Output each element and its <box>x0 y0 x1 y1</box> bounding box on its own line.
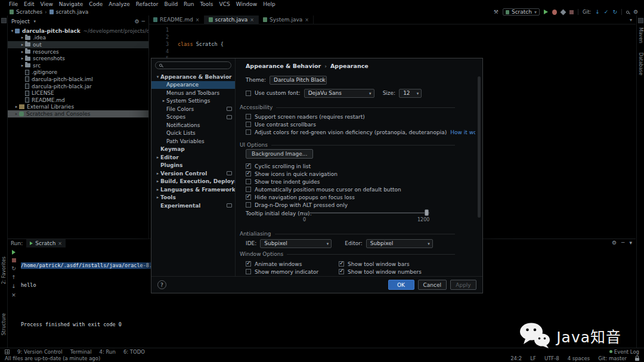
background-image-button[interactable]: Background Image... <box>246 149 313 159</box>
ok-button[interactable]: OK <box>388 280 414 290</box>
build-hammer-icon[interactable]: ⚒ <box>494 9 499 15</box>
menu-analyze[interactable]: Analyze <box>106 1 132 7</box>
hidden-tabs-icon[interactable]: ▾ <box>630 17 636 23</box>
toolwindow-run[interactable]: 4: Run <box>100 349 116 355</box>
tree-item-readme[interactable]: README.md <box>8 97 148 104</box>
run-button[interactable] <box>544 10 548 14</box>
menu-vcs[interactable]: VCS <box>216 1 233 7</box>
git-rollback-icon[interactable]: ↻ <box>612 9 617 15</box>
down-stack-icon[interactable]: ↓ <box>11 284 16 289</box>
apply-button[interactable]: Apply <box>450 280 476 290</box>
collapse-arrow-icon[interactable]: ▸ <box>161 98 166 103</box>
collapse-panel-icon[interactable]: ─ <box>142 18 145 24</box>
tree-item-src[interactable]: ▸src <box>8 62 148 69</box>
settings-scrollbar[interactable] <box>478 76 481 273</box>
readonly-lock-icon[interactable] <box>635 358 639 361</box>
settings-tree-version-control[interactable]: ▸Version Control <box>151 169 235 178</box>
collapse-arrow-icon[interactable]: ▸ <box>155 171 160 176</box>
settings-tree-languages-frameworks[interactable]: ▸Languages & Frameworks <box>151 185 235 194</box>
caret-position[interactable]: 24:2 <box>510 355 522 361</box>
menu-navigate[interactable]: Navigate <box>56 1 86 7</box>
collapse-arrow-icon[interactable]: ▸ <box>20 49 25 54</box>
theme-select[interactable]: Darcula Pitch Black <box>270 76 327 85</box>
toolwindow-structure[interactable]: Structure <box>1 313 7 335</box>
icons-quick-navigation-checkbox[interactable] <box>246 171 251 177</box>
git-update-icon[interactable]: ↓ <box>595 9 600 15</box>
line-ending[interactable]: LF <box>530 355 536 361</box>
close-tab-icon[interactable]: × <box>250 17 254 23</box>
contrast-scrollbars-checkbox[interactable] <box>246 122 251 127</box>
settings-tree-tools[interactable]: ▸Tools <box>151 194 235 202</box>
tree-item-screenshots[interactable]: ▸screenshots <box>8 55 148 62</box>
tree-item-license[interactable]: LICENSE <box>8 89 148 97</box>
cancel-button[interactable]: Cancel <box>418 280 447 290</box>
collapse-arrow-icon[interactable]: ▸ <box>20 35 25 40</box>
collapse-arrow-icon[interactable]: ▸ <box>20 42 25 47</box>
settings-tree-notifications[interactable]: Notifications <box>151 121 235 129</box>
menu-tools[interactable]: Tools <box>197 1 216 7</box>
debug-button[interactable] <box>552 10 557 15</box>
indent-setting[interactable]: 4 spaces <box>568 355 590 361</box>
dragndrop-alt-checkbox[interactable] <box>246 202 251 208</box>
collapse-arrow-icon[interactable]: ▸ <box>155 155 160 160</box>
settings-tree-experimental[interactable]: Experimental <box>151 202 235 210</box>
menu-view[interactable]: View <box>38 1 56 7</box>
close-tab-icon[interactable]: × <box>305 17 309 23</box>
rerun-icon[interactable] <box>12 250 16 255</box>
settings-tree-system-settings[interactable]: ▸System Settings <box>151 97 235 106</box>
toolwindow-todo[interactable]: 6: TODO <box>123 349 145 355</box>
position-mouse-cursor-checkbox[interactable] <box>246 187 251 192</box>
scrollbar-thumb[interactable] <box>478 76 481 218</box>
collapse-arrow-icon[interactable]: ▸ <box>155 179 160 184</box>
settings-tree-editor[interactable]: ▸Editor <box>151 153 235 162</box>
ide-antialiasing-select[interactable]: Subpixel <box>260 239 332 248</box>
coverage-button[interactable] <box>561 9 566 15</box>
expand-arrow-icon[interactable]: ▾ <box>155 75 160 79</box>
run-settings-gear-icon[interactable]: ⚙ <box>612 240 617 246</box>
tab-readme[interactable]: README.md× <box>149 16 205 24</box>
settings-tree-quick-lists[interactable]: Quick Lists <box>151 129 235 138</box>
project-settings-gear-icon[interactable]: ⚙ <box>135 18 140 24</box>
tab-system-java[interactable]: System.java× <box>259 16 314 24</box>
menu-build[interactable]: Build <box>162 1 181 7</box>
stop-icon[interactable] <box>12 258 16 262</box>
toolwindow-version-control[interactable]: 9: Version Control <box>17 349 63 355</box>
settings-gear-icon[interactable]: ⚙ <box>633 9 638 15</box>
project-toolwindow-icon[interactable] <box>1 18 7 23</box>
up-stack-icon[interactable]: ↑ <box>11 275 16 280</box>
hide-navigation-popups-checkbox[interactable] <box>246 194 251 200</box>
collapse-arrow-icon[interactable]: ▸ <box>14 112 19 116</box>
run-configuration-select[interactable]: Scratch ▾ <box>503 8 540 16</box>
collapse-arrow-icon[interactable]: ▸ <box>155 187 160 192</box>
tree-item-gitignore[interactable]: .gitignore <box>8 69 148 76</box>
tree-item-jar[interactable]: darcula-pitch-black.jar <box>8 83 148 90</box>
git-commit-check-icon[interactable]: ✓ <box>604 9 609 15</box>
settings-tree-build-execution-deployment[interactable]: ▸Build, Execution, Deployment <box>151 178 235 186</box>
restart-icon[interactable]: ↻ <box>11 266 16 271</box>
settings-tree-scopes[interactable]: Scopes <box>151 113 235 122</box>
menu-file[interactable]: File <box>6 1 21 7</box>
slider-handle[interactable] <box>425 209 429 216</box>
settings-tree-file-colors[interactable]: File Colors <box>151 105 235 113</box>
how-it-works-link[interactable]: How it works <box>450 129 475 135</box>
clear-console-icon[interactable]: ✕ <box>11 293 16 298</box>
expand-arrow-icon[interactable]: ▾ <box>10 29 15 33</box>
tooltip-delay-slider[interactable] <box>303 209 429 216</box>
animate-windows-checkbox[interactable] <box>246 261 251 267</box>
menu-run[interactable]: Run <box>181 1 197 7</box>
search-everywhere-icon[interactable] <box>626 11 629 14</box>
font-select[interactable]: DejaVu Sans <box>304 89 374 98</box>
tree-item-resources[interactable]: ▸resources <box>8 48 148 55</box>
hide-panel-icon[interactable]: ▾ <box>629 240 632 246</box>
show-memory-indicator-checkbox[interactable] <box>246 269 251 274</box>
settings-tree-appearance-behavior[interactable]: ▾Appearance & Behavior <box>151 73 235 81</box>
collapse-arrow-icon[interactable]: ▸ <box>20 63 25 68</box>
font-size-select[interactable]: 12 <box>399 89 422 98</box>
tree-indent-guides-checkbox[interactable] <box>246 179 251 184</box>
collapse-arrow-icon[interactable]: ▸ <box>20 56 25 61</box>
tree-item-out[interactable]: ▸out <box>8 41 148 48</box>
help-button[interactable]: ? <box>157 280 166 289</box>
event-log-button[interactable]: Event Log <box>609 349 639 355</box>
settings-tree-menus-toolbars[interactable]: Menus and Toolbars <box>151 89 235 97</box>
file-encoding[interactable]: UTF-8 <box>544 355 559 361</box>
